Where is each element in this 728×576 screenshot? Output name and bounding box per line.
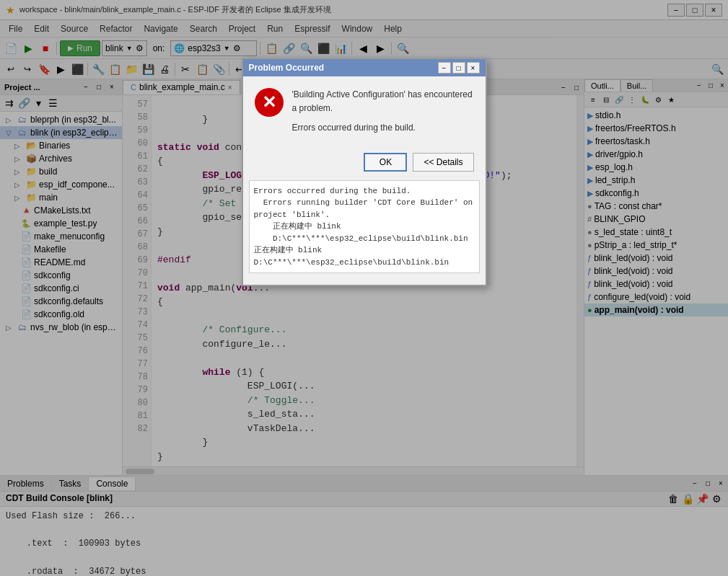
dialog-message: 'Building Active Configuration' has enco… (292, 88, 474, 136)
error-detail-line-5: 正在构建中 blink (254, 244, 475, 257)
dialog-minimize-btn[interactable]: − (438, 62, 451, 74)
dialog-ok-button[interactable]: OK (364, 153, 407, 172)
dialog-buttons: OK << Details (243, 147, 486, 180)
dialog-titlebar-buttons: − □ × (438, 62, 480, 74)
dialog-body: ✕ 'Building Active Configuration' has en… (243, 76, 486, 147)
error-detail-line-3: 正在构建中 blink (254, 221, 475, 233)
dialog-restore-btn[interactable]: □ (452, 62, 465, 74)
dialog-message-1: 'Building Active Configuration' has enco… (292, 88, 474, 115)
problem-dialog: Problem Occurred − □ × ✕ 'Building Activ… (242, 58, 487, 286)
error-circle: ✕ (255, 88, 284, 117)
dialog-details-button[interactable]: << Details (413, 153, 473, 172)
error-detail-line-6: D:\C***\***\esp32_eclipse\build\blink.bi… (254, 257, 475, 269)
dialog-close-btn[interactable]: × (467, 62, 480, 74)
dialog-error-icon: ✕ (255, 88, 284, 117)
error-details-area: Errors occurred during the build. Errors… (249, 180, 480, 274)
dialog-bottom-spacer (243, 279, 486, 285)
dialog-message-2: Errors occurred during the build. (292, 121, 474, 135)
modal-overlay: Problem Occurred − □ × ✕ 'Building Activ… (0, 0, 728, 576)
error-detail-line-4: D:\C***\***\esp32_eclipse\build\blink.bi… (254, 233, 475, 245)
error-detail-line-2: Errors running builder 'CDT Core Builder… (254, 197, 475, 221)
dialog-title: Problem Occurred (249, 63, 325, 73)
dialog-titlebar: Problem Occurred − □ × (243, 59, 486, 76)
error-detail-line-1: Errors occurred during the build. (254, 185, 475, 198)
